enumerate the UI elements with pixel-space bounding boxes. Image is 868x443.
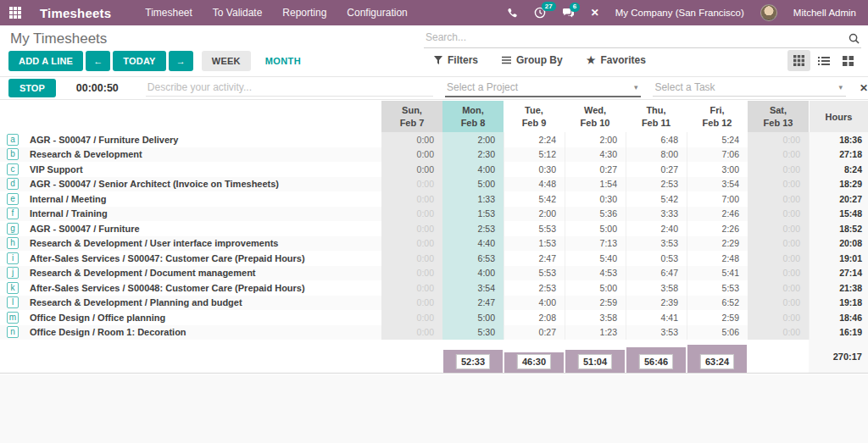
timesheet-cell[interactable]: 5:40 <box>565 251 626 266</box>
timesheet-cell[interactable]: 5:41 <box>687 266 748 281</box>
timesheet-cell[interactable]: 0:27 <box>565 162 626 177</box>
timesheet-cell[interactable]: 4:00 <box>442 162 504 177</box>
timesheet-cell[interactable]: 0:00 <box>381 207 442 222</box>
user-avatar[interactable] <box>760 4 777 21</box>
timesheet-cell[interactable]: 6:48 <box>626 132 687 147</box>
user-menu[interactable]: Mitchell Admin <box>793 8 856 18</box>
timesheet-cell[interactable]: 6:53 <box>442 251 504 266</box>
prev-week-button[interactable]: ← <box>86 51 110 71</box>
timesheet-cell[interactable]: 0:00 <box>381 310 442 325</box>
timesheet-cell[interactable]: 0:00 <box>381 280 442 296</box>
timesheet-cell[interactable]: 1:53 <box>504 236 565 252</box>
timesheet-cell[interactable]: 7:06 <box>687 147 748 163</box>
timesheet-cell[interactable]: 4:53 <box>565 266 626 281</box>
timesheet-cell[interactable]: 3:58 <box>565 310 626 325</box>
timesheet-cell[interactable]: 0:00 <box>748 310 809 325</box>
app-title[interactable]: Timesheets <box>40 6 111 20</box>
timesheet-cell[interactable]: 5:00 <box>565 221 626 236</box>
timesheet-cell[interactable]: 2:53 <box>626 177 687 192</box>
apps-menu-icon[interactable] <box>9 7 21 19</box>
search-icon[interactable] <box>849 32 860 47</box>
timesheet-cell[interactable]: 2:47 <box>442 296 504 311</box>
activities-icon[interactable]: 27 <box>534 7 546 19</box>
timesheet-cell[interactable]: 0:30 <box>504 162 565 177</box>
menu-item-configuration[interactable]: Configuration <box>347 7 407 19</box>
timesheet-cell[interactable]: 5:36 <box>565 207 626 222</box>
timesheet-cell[interactable]: 0:00 <box>381 325 442 341</box>
stop-timer-button[interactable]: STOP <box>8 79 56 97</box>
timesheet-cell[interactable]: 0:00 <box>381 132 442 147</box>
project-select[interactable]: Select a Project ▾ <box>445 80 641 97</box>
list-view-button[interactable] <box>812 50 835 71</box>
timesheet-cell[interactable]: 0:00 <box>748 280 809 296</box>
timesheet-cell[interactable]: 5:00 <box>442 177 504 192</box>
timesheet-cell[interactable]: 0:00 <box>748 251 809 266</box>
kanban-view-button[interactable] <box>837 50 860 71</box>
task-select[interactable]: Select a Task ▾ <box>653 80 846 97</box>
timesheet-cell[interactable]: 2:00 <box>565 132 626 147</box>
timesheet-cell[interactable]: 4:00 <box>442 266 504 281</box>
clear-timer-icon[interactable]: ✕ <box>860 82 868 94</box>
timesheet-cell[interactable]: 2:08 <box>504 310 565 325</box>
timesheet-cell[interactable]: 0:00 <box>381 191 442 207</box>
timesheet-cell[interactable]: 7:00 <box>687 191 748 207</box>
month-range-button[interactable]: MONTH <box>265 56 301 66</box>
week-range-button[interactable]: WEEK <box>202 51 251 71</box>
timesheet-cell[interactable]: 2:24 <box>504 132 565 147</box>
timesheet-cell[interactable]: 0:00 <box>381 177 442 192</box>
timesheet-cell[interactable]: 2:00 <box>442 132 504 147</box>
timesheet-cell[interactable]: 0:00 <box>748 266 809 281</box>
timesheet-cell[interactable]: 0:00 <box>748 191 809 207</box>
timesheet-cell[interactable]: 2:53 <box>442 221 504 236</box>
timesheet-cell[interactable]: 5:53 <box>504 221 565 236</box>
timesheet-cell[interactable]: 3:33 <box>626 207 687 222</box>
timesheet-cell[interactable]: 2:40 <box>626 221 687 236</box>
timesheet-cell[interactable]: 0:00 <box>381 162 442 177</box>
timesheet-cell[interactable]: 2:59 <box>565 296 626 311</box>
messages-icon[interactable]: 6 <box>562 8 575 19</box>
timesheet-cell[interactable]: 0:00 <box>381 221 442 236</box>
timesheet-cell[interactable]: 2:53 <box>504 280 565 296</box>
timesheet-cell[interactable]: 2:46 <box>687 207 748 222</box>
timesheet-cell[interactable]: 0:27 <box>626 162 687 177</box>
timesheet-cell[interactable]: 1:53 <box>442 207 504 222</box>
timesheet-cell[interactable]: 0:00 <box>381 147 442 163</box>
menu-item-timesheet[interactable]: Timesheet <box>145 7 192 19</box>
timesheet-cell[interactable]: 0:00 <box>381 251 442 266</box>
timesheet-cell[interactable]: 4:48 <box>504 177 565 192</box>
timesheet-cell[interactable]: 3:53 <box>626 325 687 341</box>
timesheet-cell[interactable]: 5:12 <box>504 147 565 163</box>
timesheet-cell[interactable]: 2:30 <box>442 147 504 163</box>
timesheet-cell[interactable]: 0:00 <box>748 325 809 341</box>
today-button[interactable]: TODAY <box>113 51 165 71</box>
group-by-menu[interactable]: Group By <box>502 54 563 66</box>
timesheet-cell[interactable]: 5:53 <box>504 266 565 281</box>
timesheet-cell[interactable]: 0:00 <box>748 132 809 147</box>
timesheet-cell[interactable]: 0:00 <box>748 221 809 236</box>
timesheet-cell[interactable]: 0:27 <box>504 325 565 341</box>
company-switcher[interactable]: My Company (San Francisco) <box>615 8 744 18</box>
activity-description-input[interactable] <box>146 80 433 97</box>
timesheet-cell[interactable]: 5:24 <box>687 132 748 147</box>
timesheet-cell[interactable]: 3:54 <box>442 280 504 296</box>
timesheet-cell[interactable]: 0:00 <box>748 207 809 222</box>
timesheet-cell[interactable]: 1:33 <box>442 191 504 207</box>
timesheet-cell[interactable]: 6:52 <box>687 296 748 311</box>
timesheet-cell[interactable]: 5:30 <box>442 325 504 341</box>
timesheet-cell[interactable]: 3:00 <box>687 162 748 177</box>
menu-item-to-validate[interactable]: To Validate <box>213 7 262 19</box>
timesheet-cell[interactable]: 0:00 <box>381 296 442 311</box>
timesheet-cell[interactable]: 2:00 <box>504 207 565 222</box>
phone-icon[interactable] <box>507 8 518 19</box>
timesheet-cell[interactable]: 0:53 <box>626 251 687 266</box>
timesheet-cell[interactable]: 0:30 <box>565 191 626 207</box>
timesheet-cell[interactable]: 1:54 <box>565 177 626 192</box>
next-week-button[interactable]: → <box>169 51 193 71</box>
timesheet-cell[interactable]: 5:42 <box>504 191 565 207</box>
timesheet-cell[interactable]: 2:59 <box>687 310 748 325</box>
close-icon[interactable]: ✕ <box>591 7 599 19</box>
timesheet-cell[interactable]: 5:06 <box>687 325 748 341</box>
timesheet-cell[interactable]: 4:30 <box>565 147 626 163</box>
menu-item-reporting[interactable]: Reporting <box>282 7 326 19</box>
timesheet-cell[interactable]: 3:58 <box>626 280 687 296</box>
